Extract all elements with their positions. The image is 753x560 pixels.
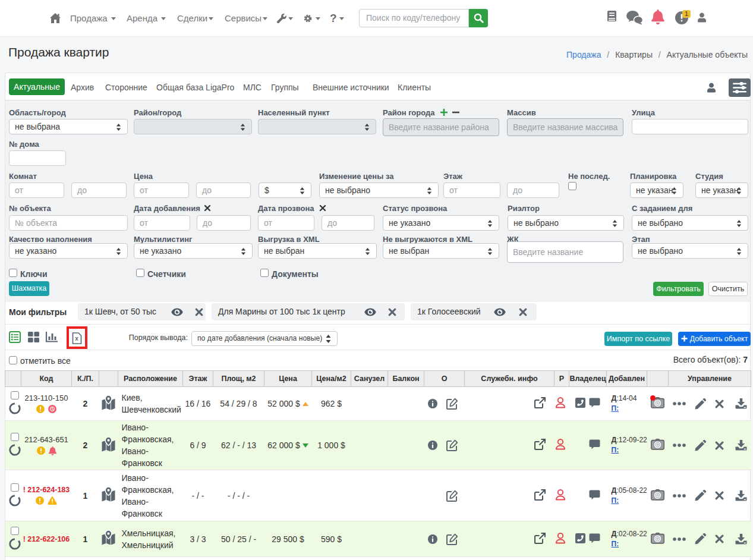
svg-text:x: x [75,335,78,342]
